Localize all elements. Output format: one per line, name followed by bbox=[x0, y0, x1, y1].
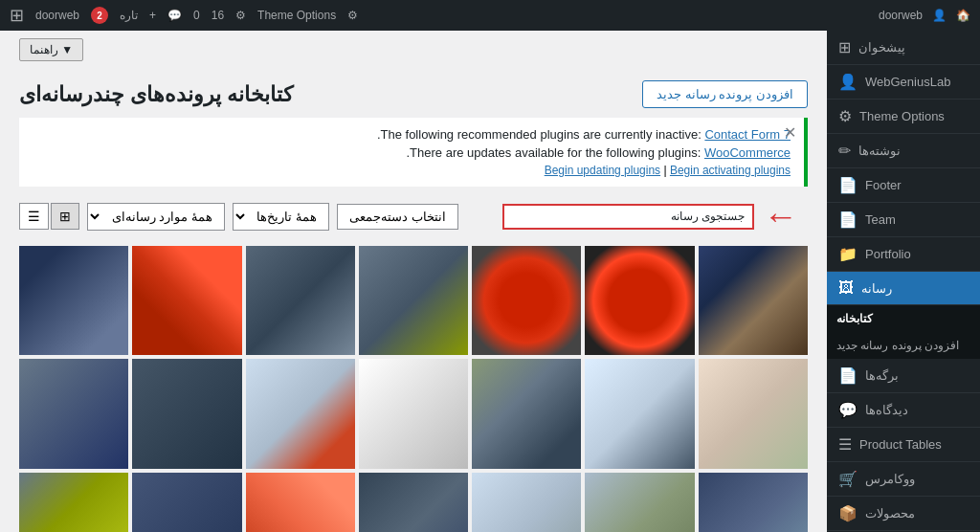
media-item[interactable] bbox=[472, 359, 581, 468]
bar-comment-count: 0 bbox=[193, 9, 200, 22]
list-view-button[interactable]: ☰ bbox=[19, 203, 49, 230]
bar-plus-btn[interactable]: + bbox=[149, 9, 156, 22]
theme-options-icon: ⚙ bbox=[838, 107, 852, 125]
bar-gear2-icon: ⚙ bbox=[347, 9, 358, 22]
guide-bar: ▼ راهنما bbox=[0, 31, 827, 61]
admin-avatar-icon: 👤 bbox=[932, 9, 947, 22]
webgeniuslab-icon: 👤 bbox=[838, 73, 858, 91]
admin-home-icon[interactable]: 🏠 bbox=[956, 9, 970, 22]
sidebar-item-media[interactable]: رسانه 🖼 bbox=[827, 272, 980, 305]
media-icon: 🖼 bbox=[838, 279, 854, 297]
media-grid-row2 bbox=[19, 359, 808, 468]
sidebar-label-posts: نوشته‌ها bbox=[858, 144, 901, 158]
sidebar-item-product-tables[interactable]: Product Tables ☰ bbox=[827, 428, 980, 462]
sidebar-label-team: Team bbox=[865, 212, 896, 227]
page-header: افزودن پرونده رسانه جدید کتابخانه پرونده… bbox=[0, 61, 827, 118]
woocommerce-icon: 🛒 bbox=[838, 470, 858, 488]
posts-icon: ✏ bbox=[838, 142, 851, 160]
media-item[interactable] bbox=[359, 359, 468, 468]
wp-logo-icon[interactable]: ⊞ bbox=[10, 5, 24, 26]
media-toolbar: ← جستجوی رسانه انتخاب دسته‌جمعی همهٔ تار… bbox=[19, 196, 808, 236]
sidebar-label-comments: دیدگاه‌ها bbox=[865, 403, 908, 417]
media-item[interactable] bbox=[699, 246, 808, 355]
pages-icon: 📄 bbox=[838, 366, 858, 385]
page-title: کتابخانه پرونده‌های چندرسانه‌ای bbox=[19, 82, 293, 107]
sidebar-label-product-tables: Product Tables bbox=[859, 437, 942, 452]
site-title-label: doorweb bbox=[35, 9, 79, 22]
notification-count-badge: 2 bbox=[91, 7, 108, 24]
media-item[interactable] bbox=[359, 473, 468, 532]
media-grid-row1 bbox=[19, 246, 808, 355]
sidebar-subitem-library[interactable]: کتابخانه bbox=[827, 305, 980, 332]
sidebar-item-pages[interactable]: برگه‌ها 📄 bbox=[827, 359, 980, 393]
media-type-select[interactable]: همهٔ موارد رسانه‌ای bbox=[87, 203, 225, 231]
sidebar-item-team[interactable]: Team 📄 bbox=[827, 203, 980, 237]
media-item[interactable] bbox=[585, 246, 694, 355]
add-new-media-button[interactable]: افزودن پرونده رسانه جدید bbox=[642, 80, 808, 108]
product-tables-icon: ☰ bbox=[838, 435, 852, 454]
main-layout: پیشخوان ⊞ WebGeniusLab 👤 Theme Options ⚙… bbox=[0, 31, 980, 532]
notification-close-btn[interactable]: ✕ bbox=[784, 125, 796, 141]
sidebar-item-dashboard[interactable]: پیشخوان ⊞ bbox=[827, 31, 980, 65]
media-item[interactable] bbox=[132, 359, 241, 468]
sidebar-item-theme-options[interactable]: Theme Options ⚙ bbox=[827, 100, 980, 134]
notification-line2: .There are updates available for the fol… bbox=[33, 145, 791, 160]
sidebar-item-posts[interactable]: نوشته‌ها ✏ bbox=[827, 134, 980, 168]
media-item[interactable] bbox=[359, 246, 468, 355]
sidebar-label-media: رسانه bbox=[861, 281, 892, 296]
notification-text2: .There are updates available for the fol… bbox=[406, 145, 703, 160]
media-item[interactable] bbox=[585, 359, 694, 468]
notification-bar: ✕ .The following recommended plugins are… bbox=[19, 118, 808, 187]
contact-form-link[interactable]: Contact Form 7 bbox=[704, 127, 791, 142]
media-item[interactable] bbox=[585, 473, 694, 532]
bar-theme-options[interactable]: Theme Options bbox=[257, 9, 336, 22]
admin-username[interactable]: doorweb bbox=[879, 9, 923, 22]
guide-button[interactable]: ▼ راهنما bbox=[19, 38, 83, 61]
sidebar-item-webgeniuslab[interactable]: WebGeniusLab 👤 bbox=[827, 65, 980, 100]
bulk-action-button[interactable]: انتخاب دسته‌جمعی bbox=[337, 204, 458, 230]
media-item[interactable] bbox=[19, 246, 128, 355]
sidebar-subitem-add-new[interactable]: افزودن پرونده رسانه جدید bbox=[827, 332, 980, 359]
search-label: جستجوی رسانه bbox=[671, 210, 745, 223]
sidebar-label-footer: Footer bbox=[865, 178, 902, 192]
bar-comment-icon[interactable]: 💬 bbox=[167, 9, 182, 22]
media-item[interactable] bbox=[246, 246, 355, 355]
sidebar-item-comments[interactable]: دیدگاه‌ها 💬 bbox=[827, 393, 980, 428]
date-filter-select[interactable]: همهٔ تاریخ‌ها bbox=[233, 203, 329, 231]
bar-gear-icon[interactable]: ⚙ bbox=[235, 9, 246, 22]
search-input[interactable] bbox=[512, 210, 665, 224]
admin-bar-left: ⊞ doorweb 2 تاره + 💬 0 16 ⚙ Theme Option… bbox=[10, 5, 358, 26]
bar-post-count: 16 bbox=[212, 9, 224, 22]
media-item[interactable] bbox=[19, 473, 128, 532]
notification-text1: .The following recommended plugins are c… bbox=[377, 127, 705, 142]
media-item[interactable] bbox=[132, 473, 241, 532]
media-item[interactable] bbox=[699, 473, 808, 532]
products-icon: 📦 bbox=[838, 504, 858, 522]
sidebar-submenu-media: کتابخانه افزودن پرونده رسانه جدید bbox=[827, 305, 980, 359]
admin-bar-site: doorweb bbox=[35, 9, 79, 22]
sidebar-item-woocommerce[interactable]: ووکامرس 🛒 bbox=[827, 462, 980, 497]
comments-icon: 💬 bbox=[838, 401, 858, 419]
add-new-media-label: افزودن پرونده رسانه جدید bbox=[836, 339, 959, 352]
media-item[interactable] bbox=[19, 359, 128, 468]
admin-bar: ⊞ doorweb 2 تاره + 💬 0 16 ⚙ Theme Option… bbox=[0, 0, 980, 31]
begin-updating-link[interactable]: Begin updating plugins bbox=[545, 164, 660, 177]
sidebar-item-portfolio[interactable]: Portfolio 📁 bbox=[827, 237, 980, 272]
grid-view-button[interactable]: ⊞ bbox=[51, 203, 79, 230]
media-item[interactable] bbox=[699, 359, 808, 468]
media-grid-row3 bbox=[19, 473, 808, 532]
begin-activating-link[interactable]: Begin activating plugins bbox=[670, 164, 791, 177]
media-item[interactable] bbox=[246, 473, 355, 532]
sidebar-label-dashboard: پیشخوان bbox=[858, 40, 905, 55]
media-item[interactable] bbox=[472, 246, 581, 355]
media-item[interactable] bbox=[132, 246, 241, 355]
search-area: ← جستجوی رسانه bbox=[502, 196, 808, 236]
sidebar-label-portfolio: Portfolio bbox=[865, 247, 911, 261]
sidebar-item-products[interactable]: محصولات 📦 bbox=[827, 497, 980, 531]
media-item[interactable] bbox=[472, 473, 581, 532]
woocommerce-link[interactable]: WooCommerce bbox=[704, 145, 791, 160]
footer-icon: 📄 bbox=[838, 176, 858, 194]
sidebar-item-footer[interactable]: Footer 📄 bbox=[827, 168, 980, 203]
view-toggle: ⊞ ☰ bbox=[19, 203, 79, 230]
media-item[interactable] bbox=[246, 359, 355, 468]
